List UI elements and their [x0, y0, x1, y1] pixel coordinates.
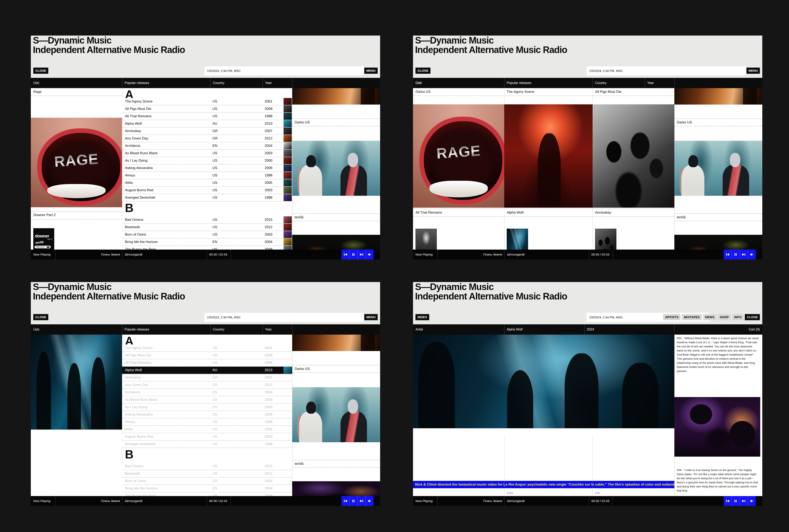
- nav-close[interactable]: CLOSE: [745, 314, 760, 320]
- pause-button[interactable]: [349, 496, 357, 506]
- release-year: 1998: [265, 194, 273, 201]
- release-row[interactable]: Bad Omens US 2015: [122, 216, 292, 224]
- rail-label-ten56[interactable]: ten56.: [292, 213, 380, 221]
- rail-label-darko[interactable]: Darko US: [292, 365, 380, 373]
- release-row[interactable]: Beartooth US 2012: [122, 224, 292, 231]
- release-row[interactable]: Born of Osiris US 2003: [122, 231, 292, 239]
- release-row[interactable]: All Pigs Must Die US 2009: [122, 106, 292, 113]
- volume-button[interactable]: [748, 496, 756, 506]
- release-row[interactable]: Alpha Wolf AU 2013: [122, 120, 292, 128]
- alpha-wolf-live-image[interactable]: [31, 335, 122, 430]
- release-year: 2003: [265, 478, 273, 484]
- volume-button[interactable]: [365, 496, 374, 506]
- index-button[interactable]: INDEX: [415, 314, 429, 320]
- featured-label-downer[interactable]: Downer Part.2: [33, 211, 56, 219]
- grid-cell-label[interactable]: All Pigs Must Die: [595, 88, 621, 96]
- release-row[interactable]: Annisokay GR 2007: [122, 128, 292, 135]
- rail-label-ten56[interactable]: ten56.: [292, 460, 380, 468]
- volume-button[interactable]: [365, 250, 374, 260]
- site-title: S—Dynamic Music Independent Alternative …: [415, 36, 567, 54]
- featured-label-rage[interactable]: Rage: [33, 88, 42, 96]
- close-button[interactable]: CLOSE: [33, 68, 48, 74]
- release-year: 2003: [265, 433, 273, 440]
- release-row[interactable]: August Burns Red US 2003: [122, 187, 292, 194]
- release-row[interactable]: Architects EN 2004: [122, 389, 292, 396]
- release-row[interactable]: Avenged Sevenfold US 1998: [122, 441, 292, 448]
- release-row[interactable]: Bring Me the Horizon EN 2004: [122, 239, 292, 246]
- rage-cover-image[interactable]: RAGE: [31, 118, 122, 207]
- section-letter: A: [122, 335, 292, 344]
- release-row[interactable]: The Agony Scene US 2001: [122, 344, 292, 352]
- release-row[interactable]: Beartooth US 2012: [122, 470, 292, 478]
- ten56-duo-image[interactable]: [292, 141, 380, 196]
- previous-track-button[interactable]: [724, 250, 731, 260]
- release-row[interactable]: All That Remains US 1998: [122, 359, 292, 367]
- ten56-duo-image[interactable]: [292, 387, 380, 442]
- rail-label-darko[interactable]: Darko US: [292, 118, 380, 126]
- release-row[interactable]: Attila US 2005: [122, 179, 292, 187]
- pause-button[interactable]: [731, 496, 739, 506]
- grid-cell-label[interactable]: The Agony Scene: [507, 88, 534, 96]
- all-pigs-must-die-live-image[interactable]: [593, 104, 674, 208]
- release-row[interactable]: Asking Alexandria US 2006: [122, 165, 292, 172]
- pause-button[interactable]: [349, 250, 357, 260]
- release-row[interactable]: Bad Omens US 2015: [122, 463, 292, 470]
- agony-scene-live-image[interactable]: [504, 104, 593, 208]
- downer-album-cover[interactable]: downer part.2 ten56. TRACKLIST :: [33, 228, 54, 250]
- release-row[interactable]: August Burns Red US 2003: [122, 433, 292, 441]
- next-track-button[interactable]: [358, 250, 365, 260]
- release-row[interactable]: All That Remains US 1998: [122, 113, 292, 120]
- next-track-button[interactable]: [358, 496, 365, 506]
- release-year: 2003: [265, 231, 273, 238]
- nav-mixtapes[interactable]: MIXTAPES: [682, 314, 702, 320]
- ten56-duo-image[interactable]: [674, 141, 762, 196]
- darko-live-image[interactable]: [292, 335, 380, 351]
- release-row[interactable]: Architects EN 2004: [122, 142, 292, 150]
- next-track-button[interactable]: [740, 496, 748, 506]
- release-row[interactable]: As Blood Runs Black US 2003: [122, 396, 292, 404]
- nav-artists[interactable]: ARTISTS: [663, 314, 681, 320]
- previous-track-button[interactable]: [341, 496, 349, 506]
- release-row[interactable]: Atreyu US 1998: [122, 418, 292, 426]
- release-row[interactable]: Alpha Wolf AU 2013: [122, 367, 292, 374]
- grid-cell-label[interactable]: All That Remains: [415, 209, 442, 216]
- grid-cell-label[interactable]: Darko US: [415, 88, 431, 96]
- cart-button[interactable]: Cart (0): [749, 324, 760, 335]
- release-row[interactable]: Atreyu US 1998: [122, 172, 292, 179]
- rage-cover-image[interactable]: RAGE: [413, 104, 504, 208]
- release-row[interactable]: Any Given Day GR 2012: [122, 135, 292, 142]
- close-button[interactable]: CLOSE: [33, 314, 48, 320]
- release-row[interactable]: Attila US 2005: [122, 426, 292, 433]
- release-row[interactable]: The Agony Scene US 2001: [122, 98, 292, 106]
- rail-label-darko[interactable]: Darko US: [674, 118, 762, 126]
- release-row[interactable]: Any Given Day GR 2012: [122, 381, 292, 389]
- darko-live-image[interactable]: [674, 88, 762, 104]
- menu-button[interactable]: MENU: [364, 314, 378, 320]
- previous-track-button[interactable]: [724, 496, 731, 506]
- volume-button[interactable]: [748, 250, 756, 260]
- release-year: 2000: [265, 404, 273, 411]
- close-button[interactable]: CLOSE: [415, 68, 430, 74]
- release-row[interactable]: As I Lay Dying US 2000: [122, 157, 292, 165]
- nav-shop[interactable]: SHOP: [718, 314, 731, 320]
- previous-track-button[interactable]: [341, 250, 349, 260]
- nav-news[interactable]: NEWS: [703, 314, 717, 320]
- release-row[interactable]: Born of Osiris US 2003: [122, 478, 292, 485]
- release-row[interactable]: As Blood Runs Black US 2003: [122, 150, 292, 157]
- release-row[interactable]: Asking Alexandria US 2006: [122, 411, 292, 418]
- release-row[interactable]: As I Lay Dying US 2000: [122, 404, 292, 411]
- menu-button[interactable]: MENU: [364, 68, 378, 74]
- grid-cell-label[interactable]: Alpha Wolf: [507, 209, 524, 216]
- release-row[interactable]: Avenged Sevenfold US 1998: [122, 194, 292, 202]
- release-row[interactable]: Annisokay GR 2007: [122, 374, 292, 381]
- menu-button[interactable]: MENU: [747, 68, 760, 74]
- pause-button[interactable]: [731, 250, 739, 260]
- next-track-button[interactable]: [740, 250, 748, 260]
- release-row[interactable]: All Pigs Must Die US 2009: [122, 352, 292, 359]
- release-country: GR: [212, 135, 218, 142]
- release-row[interactable]: Bring Me the Horizon EN 2004: [122, 485, 292, 492]
- rail-label-ten56[interactable]: ten56.: [674, 213, 762, 221]
- nav-info[interactable]: INFO: [732, 314, 744, 320]
- darko-live-image[interactable]: [292, 88, 380, 104]
- grid-cell-label[interactable]: Annisokay: [595, 209, 611, 216]
